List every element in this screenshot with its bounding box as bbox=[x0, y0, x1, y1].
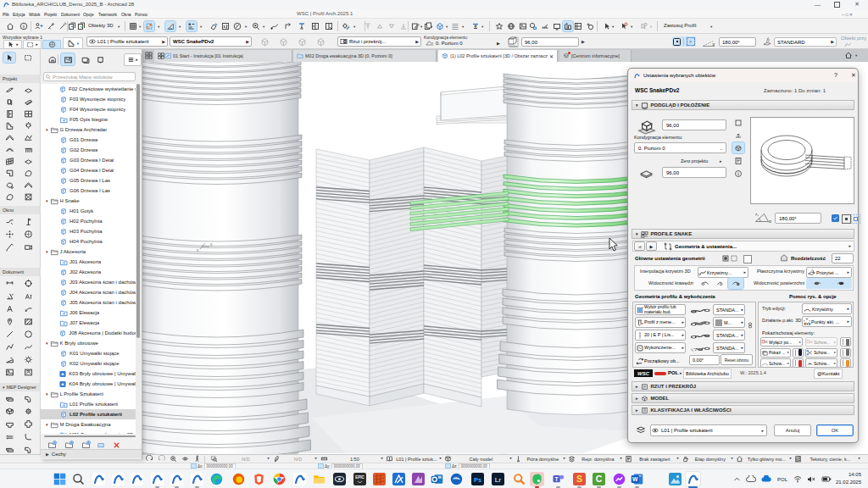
tree-item[interactable]: K04 Bryły obrotowe | Umywalk bbox=[41, 379, 136, 389]
pen-indicator-b2[interactable] bbox=[840, 348, 851, 358]
toolbar-buildgrid-button[interactable] bbox=[563, 21, 573, 31]
toolbar-mergewin-button[interactable] bbox=[324, 21, 334, 31]
tree-item[interactable]: F04 Wysunięcie stopnicy bbox=[41, 104, 136, 114]
tool-blob[interactable] bbox=[3, 180, 15, 190]
tool-marquee[interactable] bbox=[22, 53, 34, 63]
tool-ramp[interactable] bbox=[3, 354, 15, 364]
toolbar-grid-button[interactable] bbox=[128, 21, 138, 31]
info-center-tab[interactable]: [Centrum informacyjne] bbox=[559, 50, 632, 62]
taskbar-archicad-active[interactable] bbox=[686, 472, 700, 486]
toolbar-aligntop-button[interactable] bbox=[363, 21, 373, 31]
walk-button[interactable] bbox=[192, 455, 202, 463]
taskbar-archicad-pin-3[interactable] bbox=[130, 472, 144, 486]
tool-camera[interactable] bbox=[22, 241, 34, 252]
tool-linet[interactable] bbox=[3, 329, 15, 339]
taskbar-photos[interactable] bbox=[668, 472, 682, 486]
tool-pin[interactable] bbox=[3, 316, 15, 326]
reset-rotation-button[interactable]: Reset obrotu bbox=[721, 354, 753, 365]
tree-expand-icon[interactable]: ▾ bbox=[46, 198, 48, 203]
pol-label[interactable]: POL bbox=[668, 370, 678, 375]
toolbar-coldrop-button[interactable] bbox=[297, 21, 307, 31]
preview-infoi-button[interactable] bbox=[732, 168, 744, 179]
show-row1-left[interactable]: Wyłącz po...▸ bbox=[760, 337, 803, 347]
tool-slab[interactable] bbox=[22, 156, 34, 166]
free-rotate-icon[interactable]: ✕ bbox=[687, 37, 695, 46]
dialog-close-button[interactable]: ✕ bbox=[851, 72, 856, 79]
tree-item[interactable]: ▾L Profile Sztukaterii bbox=[41, 389, 136, 399]
taskbar-teams[interactable]: T bbox=[551, 472, 565, 486]
tree-item[interactable]: G01 Drzewa bbox=[41, 135, 136, 145]
angle-input[interactable]: 180,00° bbox=[719, 37, 756, 47]
dialog-story-select[interactable]: 0. Poziom 0⌄ bbox=[634, 142, 726, 153]
taskbar-start-button[interactable] bbox=[53, 472, 67, 486]
quickbar-item-5[interactable]: Cały model▸ bbox=[444, 455, 512, 463]
tree-item[interactable]: ▾K Bryły obrotowe bbox=[41, 338, 136, 348]
tree-item[interactable]: G06 Drzewa I Las bbox=[41, 186, 136, 196]
tray-battery-icon[interactable] bbox=[821, 475, 832, 483]
section-plan[interactable]: ▸RZUT I PRZEKRÓJ bbox=[632, 381, 854, 391]
tool-dim[interactable] bbox=[3, 278, 15, 288]
taskbar-photoshop[interactable]: Ps bbox=[470, 472, 485, 486]
taskbar-epic-games[interactable]: EPIC bbox=[353, 472, 367, 486]
toolbar-webarr-button[interactable] bbox=[506, 21, 516, 31]
anchor-toggle-group[interactable]: ✕ bbox=[672, 36, 696, 47]
tree-item[interactable]: F02 Częściowe wyświetlanie st bbox=[41, 84, 136, 94]
tree-item[interactable]: K01 Umywalki stojące bbox=[41, 348, 136, 358]
eyecone-button[interactable] bbox=[180, 455, 190, 463]
tool-lamp[interactable] bbox=[22, 120, 34, 130]
toolbar-compass-button[interactable] bbox=[232, 21, 242, 31]
taskbar-archicad-pin-2[interactable] bbox=[111, 472, 125, 486]
tool-stair[interactable] bbox=[3, 120, 15, 130]
navigator-search-input[interactable]: Przeszukaj Mapę widoków bbox=[43, 72, 136, 81]
model-switch-control[interactable]: ▾ bbox=[844, 51, 857, 59]
taskbar-brave[interactable] bbox=[252, 472, 266, 486]
section-preview[interactable]: ▾PODGLĄD I POŁOŻENIE bbox=[632, 100, 854, 110]
quickbar-item-8[interactable]: Brak zastąpień▸ bbox=[625, 455, 679, 463]
tool-zigzag[interactable] bbox=[3, 216, 15, 226]
show-row2-right[interactable]: Schow...▸ bbox=[805, 348, 837, 358]
plane-dropdown[interactable]: Priorytet ...▸ bbox=[806, 267, 852, 278]
show-row3-right[interactable]: Schow...▸ bbox=[805, 358, 837, 368]
tool-mep-duct-8[interactable] bbox=[3, 444, 15, 454]
tool-mep-pipe-6[interactable] bbox=[3, 431, 15, 441]
quickbar-item-2[interactable]: N/D▸ bbox=[273, 455, 317, 463]
tool-zone[interactable] bbox=[3, 168, 15, 178]
profile-row-label-4[interactable]: Wykończenie...▸ bbox=[635, 342, 686, 353]
edge-toggle-loop3[interactable] bbox=[728, 278, 743, 289]
tool-mep-crossjoint-5[interactable] bbox=[22, 419, 34, 429]
toolbar-transform-button[interactable] bbox=[209, 21, 219, 31]
toolbar-cursor-button[interactable] bbox=[602, 21, 612, 31]
tool-morph[interactable] bbox=[22, 168, 34, 178]
zoomsq-button[interactable] bbox=[168, 455, 178, 463]
taskbar-archicad-pin-4[interactable] bbox=[150, 472, 164, 486]
orbit-button[interactable] bbox=[144, 455, 154, 463]
edge-toggle-loop2[interactable] bbox=[713, 278, 728, 289]
tree-item[interactable]: ▾J Akcesoria bbox=[41, 247, 136, 257]
pen-indicator-3[interactable] bbox=[793, 358, 804, 368]
preview-spec-button[interactable] bbox=[732, 155, 744, 166]
tool-target[interactable] bbox=[22, 278, 34, 288]
toolbar-wingrid-button[interactable] bbox=[573, 21, 583, 31]
tree-item[interactable]: ▾G Drzewa Archiradar bbox=[41, 125, 136, 135]
preview-planview-button[interactable] bbox=[732, 117, 744, 128]
window-close-button[interactable]: ✕ bbox=[854, 1, 860, 8]
tool-mep-teejoint-4[interactable] bbox=[3, 419, 15, 429]
tool-roof[interactable] bbox=[3, 132, 15, 142]
tab-close-icon[interactable]: ✕ bbox=[549, 53, 554, 59]
toolbox-section-okno[interactable]: Okno bbox=[0, 206, 41, 214]
taskbar-firefox[interactable] bbox=[231, 472, 246, 486]
profile-wave-4[interactable] bbox=[689, 342, 711, 353]
rotation-input[interactable]: 0,00° bbox=[689, 355, 720, 365]
tree-item[interactable]: L01 Profile sztukaterii bbox=[41, 399, 136, 409]
height-input[interactable]: 96,00 bbox=[521, 37, 579, 47]
profile-row-label-1[interactable]: Wybór profilu lub materiału bud. bbox=[635, 304, 686, 315]
tree-expand-icon[interactable]: ▾ bbox=[46, 391, 48, 396]
tool-slab[interactable] bbox=[22, 85, 34, 95]
edge-visibility-toggles[interactable] bbox=[698, 278, 743, 289]
tab-3[interactable]: (1) L02 Profile sztukaterii [3D / Obszar… bbox=[438, 50, 558, 62]
tray-cloud-icon[interactable] bbox=[746, 475, 756, 483]
hotspot-dropdown[interactable]: XYZPunkty akt. ...▸ bbox=[802, 316, 852, 327]
profile-value-2[interactable]: M...▸ bbox=[713, 317, 745, 328]
taskbar-archicad-pin-1[interactable] bbox=[92, 472, 106, 486]
tool-spline[interactable] bbox=[22, 341, 34, 352]
